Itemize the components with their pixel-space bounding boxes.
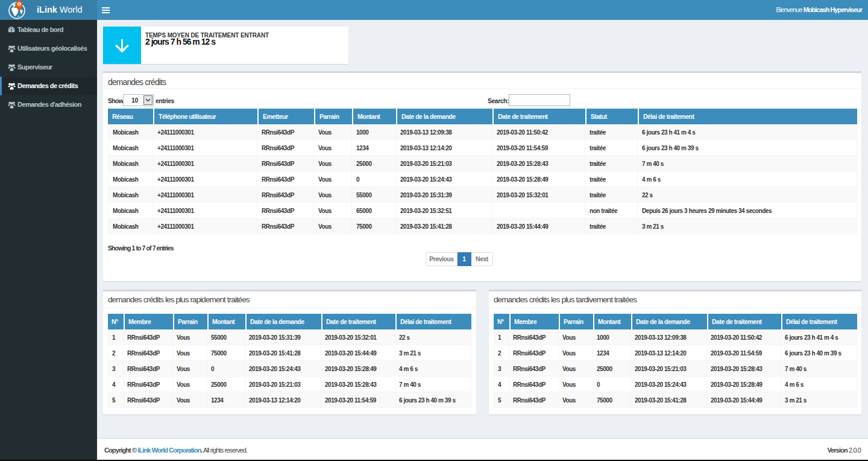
svg-text:$: $ — [18, 2, 20, 6]
